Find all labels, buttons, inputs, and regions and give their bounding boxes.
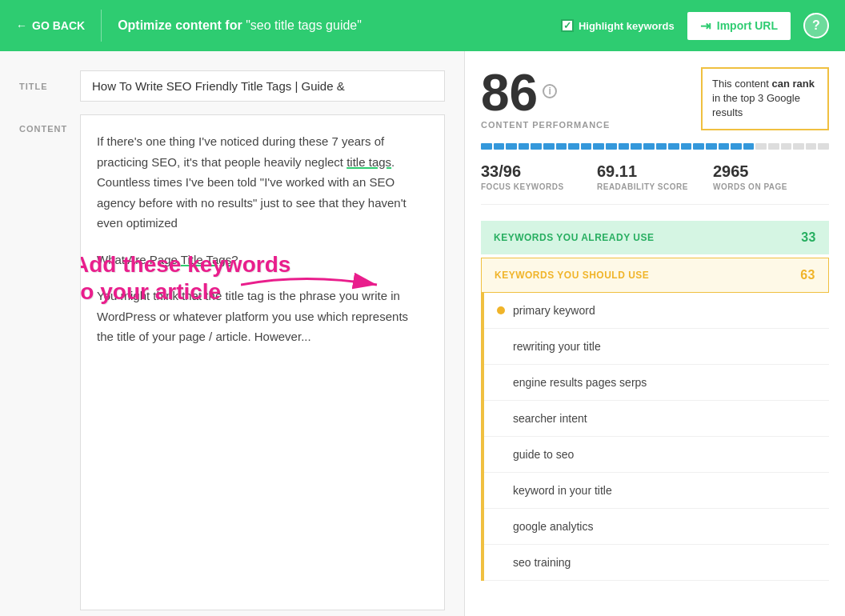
stat-words: 2965 WORDS ON PAGE xyxy=(713,162,829,191)
main-content: TITLE CONTENT If there's one thing I've … xyxy=(0,51,845,616)
progress-segment xyxy=(719,143,730,150)
content-paragraph-1: If there's one thing I've noticed during… xyxy=(97,131,428,234)
highlight-title-tags: title tags xyxy=(346,155,391,169)
keyword-item[interactable]: searcher intent xyxy=(484,401,829,437)
back-label: GO BACK xyxy=(32,19,85,32)
keyword-item[interactable]: seo training xyxy=(484,545,829,581)
back-arrow-icon: ← xyxy=(16,19,27,32)
keyword-label: guide to seo xyxy=(513,448,574,461)
right-panel: 86 i CONTENT PERFORMANCE This content ca… xyxy=(464,51,845,616)
progress-segment xyxy=(531,143,542,150)
rank-badge: This content can rank in the top 3 Googl… xyxy=(701,67,829,130)
left-panel: TITLE CONTENT If there's one thing I've … xyxy=(0,51,464,616)
words-label: WORDS ON PAGE xyxy=(713,182,829,191)
keyword-label: primary keyword xyxy=(513,304,595,317)
import-url-label: Import URL xyxy=(717,19,778,32)
progress-segment xyxy=(706,143,717,150)
progress-segment xyxy=(818,143,829,150)
keyword-list: primary keywordrewriting your titleengin… xyxy=(481,293,829,581)
keyword-label: seo training xyxy=(513,556,571,569)
progress-segment xyxy=(619,143,630,150)
header-optimize-title: Optimize content for "seo title tags gui… xyxy=(118,18,545,33)
keyword-item[interactable]: keyword in your title xyxy=(484,473,829,509)
words-value: 2965 xyxy=(713,162,829,181)
stat-readability: 69.11 READABILITY SCORE xyxy=(597,162,713,191)
title-row: TITLE xyxy=(0,70,464,114)
progress-segment xyxy=(668,143,679,150)
keywords-already-header[interactable]: KEYWORDS YOU ALREADY USE 33 xyxy=(481,221,829,254)
progress-segment xyxy=(556,143,567,150)
keyword-item[interactable]: guide to seo xyxy=(484,437,829,473)
optimize-keyword: "seo title tags guide" xyxy=(246,18,362,32)
rank-text-1: This content xyxy=(712,78,769,90)
progress-segment xyxy=(494,143,505,150)
progress-segment xyxy=(581,143,592,150)
title-input[interactable] xyxy=(80,70,445,102)
score-info-icon[interactable]: i xyxy=(543,84,557,98)
rank-text-3: in the top 3 Google results xyxy=(712,92,800,118)
stat-focus-keywords: 33/96 FOCUS KEYWORDS xyxy=(481,162,597,191)
keyword-item[interactable]: primary keyword xyxy=(484,293,829,329)
score-value: 86 xyxy=(481,67,538,118)
readability-label: READABILITY SCORE xyxy=(597,182,713,191)
highlight-checkbox-icon xyxy=(561,19,574,32)
keyword-label: google analytics xyxy=(513,520,593,533)
progress-segment xyxy=(681,143,692,150)
progress-segment xyxy=(631,143,642,150)
keywords-should-section: KEYWORDS YOU SHOULD USE 63 primary keywo… xyxy=(481,258,829,581)
optimize-label: Optimize content for xyxy=(118,18,242,32)
focus-keywords-label: FOCUS KEYWORDS xyxy=(481,182,597,191)
score-number: 86 i xyxy=(481,67,610,118)
keyword-item[interactable]: google analytics xyxy=(484,509,829,545)
highlight-keywords-toggle[interactable]: Highlight keywords xyxy=(561,19,675,32)
keywords-already-section: KEYWORDS YOU ALREADY USE 33 xyxy=(481,221,829,254)
keywords-should-label: KEYWORDS YOU SHOULD USE xyxy=(495,270,649,281)
import-url-button[interactable]: ⇥ Import URL xyxy=(687,12,791,40)
keyword-label: rewriting your title xyxy=(513,340,601,353)
progress-segment xyxy=(743,143,755,150)
progress-segment xyxy=(768,143,779,150)
readability-value: 69.11 xyxy=(597,162,713,181)
keywords-should-count: 63 xyxy=(800,268,815,282)
progress-segment xyxy=(593,143,604,150)
progress-segment xyxy=(793,143,804,150)
help-icon: ? xyxy=(812,18,820,33)
keyword-label: searcher intent xyxy=(513,412,587,425)
progress-segment xyxy=(806,143,817,150)
progress-segment xyxy=(731,143,742,150)
content-editor[interactable]: If there's one thing I've noticed during… xyxy=(80,114,445,610)
progress-segment xyxy=(481,143,492,150)
header-right-controls: Highlight keywords ⇥ Import URL ? xyxy=(561,12,829,40)
content-area: CONTENT If there's one thing I've notice… xyxy=(0,114,464,616)
progress-segment xyxy=(781,143,792,150)
rank-text-2: can rank xyxy=(771,78,814,90)
keywords-should-header[interactable]: KEYWORDS YOU SHOULD USE 63 xyxy=(481,258,829,293)
keyword-label: keyword in your title xyxy=(513,484,612,497)
score-label: CONTENT PERFORMANCE xyxy=(481,120,610,130)
progress-segment xyxy=(693,143,704,150)
keyword-item[interactable]: rewriting your title xyxy=(484,329,829,365)
keywords-already-count: 33 xyxy=(801,230,816,245)
progress-segment xyxy=(543,143,555,150)
help-button[interactable]: ? xyxy=(803,13,829,38)
progress-segment xyxy=(656,143,667,150)
header-divider xyxy=(101,10,102,42)
progress-segment xyxy=(606,143,617,150)
progress-bar xyxy=(481,143,829,150)
go-back-button[interactable]: ← GO BACK xyxy=(16,19,85,32)
focus-keywords-value: 33/96 xyxy=(481,162,597,181)
progress-segment xyxy=(568,143,579,150)
score-area: 86 i CONTENT PERFORMANCE This content ca… xyxy=(481,67,829,130)
arrow-callout xyxy=(241,269,385,307)
progress-segment xyxy=(755,143,767,150)
keywords-already-label: KEYWORDS YOU ALREADY USE xyxy=(494,232,654,243)
content-field-label: CONTENT xyxy=(19,114,67,616)
progress-segment xyxy=(519,143,530,150)
keyword-dot-icon xyxy=(497,306,505,314)
header: ← GO BACK Optimize content for "seo titl… xyxy=(0,0,845,51)
title-field-label: TITLE xyxy=(19,82,67,91)
stats-row: 33/96 FOCUS KEYWORDS 69.11 READABILITY S… xyxy=(481,162,829,205)
keyword-label: engine results pages serps xyxy=(513,376,647,389)
keyword-item[interactable]: engine results pages serps xyxy=(484,365,829,401)
import-icon: ⇥ xyxy=(700,18,711,34)
